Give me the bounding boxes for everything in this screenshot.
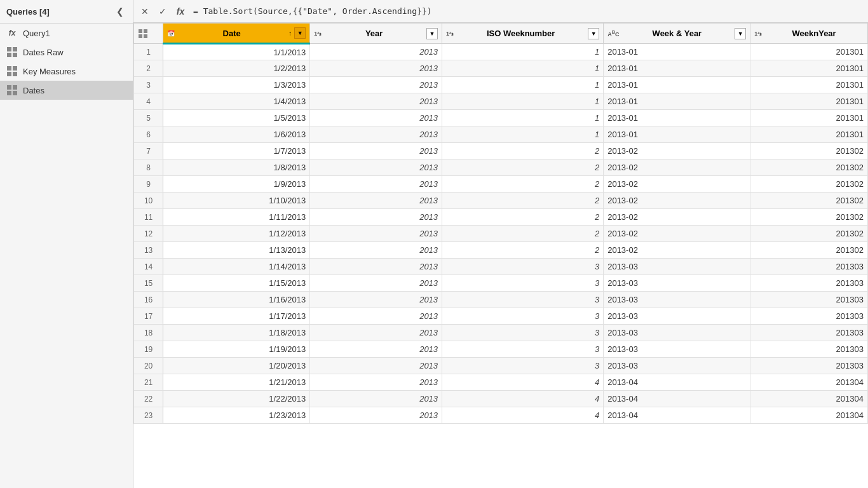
weekyear-cell: 2013-03: [604, 308, 750, 325]
table-row[interactable]: 19 1/19/2013 2013 3 2013-03 201303: [134, 341, 868, 358]
date-cell: 1/7/2013: [163, 143, 310, 159]
weekyear-column-label: Week & Year: [622, 29, 733, 38]
row-number: 9: [134, 176, 163, 193]
year-cell: 2013: [310, 259, 442, 275]
year-column-label: Year: [324, 29, 424, 38]
table-row[interactable]: 20 1/20/2013 2013 3 2013-03 201303: [134, 358, 868, 374]
table-row[interactable]: 13 1/13/2013 2013 2 2013-02 201302: [134, 242, 868, 259]
table-row[interactable]: 23 1/23/2013 2013 4 2013-04 201304: [134, 407, 868, 424]
date-cell: 1/21/2013: [163, 374, 310, 391]
weekyear-cell: 2013-03: [604, 259, 750, 275]
table-row[interactable]: 10 1/10/2013 2013 2 2013-02 201302: [134, 193, 868, 209]
table-row[interactable]: 3 1/3/2013 2013 1 2013-01 201301: [134, 77, 868, 93]
sidebar-header: Queries [4] ❮: [0, 0, 133, 24]
sidebar-item-label-query1: Query1: [23, 29, 50, 38]
row-number: 23: [134, 407, 163, 424]
weeknyear-cell: 201303: [750, 341, 868, 358]
table-row[interactable]: 21 1/21/2013 2013 4 2013-04 201304: [134, 374, 868, 391]
weeknyear-cell: 201303: [750, 292, 868, 308]
row-number: 12: [134, 226, 163, 242]
table-row[interactable]: 1 1/1/2013 2013 1 2013-01 201301: [134, 44, 868, 60]
iso-column-header: 1²₃ ISO Weeknumber ▼: [442, 24, 604, 44]
weekyear-cell: 2013-01: [604, 60, 750, 77]
table-row[interactable]: 12 1/12/2013 2013 2 2013-02 201302: [134, 226, 868, 242]
row-number: 4: [134, 93, 163, 110]
row-number: 13: [134, 242, 163, 259]
table-row[interactable]: 6 1/6/2013 2013 1 2013-01 201301: [134, 126, 868, 143]
year-cell: 2013: [310, 77, 442, 93]
date-cell: 1/20/2013: [163, 358, 310, 374]
table-body: 1 1/1/2013 2013 1 2013-01 201301 2 1/2/2…: [134, 44, 868, 424]
table-row[interactable]: 9 1/9/2013 2013 2 2013-02 201302: [134, 176, 868, 193]
formula-input[interactable]: [191, 5, 864, 17]
svg-rect-3: [13, 53, 17, 57]
formula-confirm-button[interactable]: ✓: [155, 4, 170, 19]
svg-rect-14: [139, 34, 142, 38]
table-row[interactable]: 2 1/2/2013 2013 1 2013-01 201301: [134, 60, 868, 77]
weeknyear-cell: 201304: [750, 407, 868, 424]
weeknyear-cell: 201303: [750, 259, 868, 275]
svg-rect-8: [7, 85, 11, 90]
sidebar: Queries [4] ❮ fxQuery1 Dates Raw Key Mea…: [0, 0, 133, 488]
table-row[interactable]: 17 1/17/2013 2013 3 2013-03 201303: [134, 308, 868, 325]
date-cell: 1/12/2013: [163, 226, 310, 242]
year-filter-button[interactable]: ▼: [426, 28, 438, 39]
iso-cell: 2: [442, 176, 604, 193]
year-cell: 2013: [310, 358, 442, 374]
table-row[interactable]: 16 1/16/2013 2013 3 2013-03 201303: [134, 292, 868, 308]
formula-bar: ✕ ✓ fx: [133, 0, 868, 23]
table-row[interactable]: 18 1/18/2013 2013 3 2013-03 201303: [134, 325, 868, 341]
sidebar-item-dates[interactable]: Dates: [0, 81, 133, 100]
formula-cancel-button[interactable]: ✕: [137, 4, 153, 19]
table-grid-icon: [7, 66, 17, 76]
year-cell: 2013: [310, 391, 442, 407]
weeknyear-cell: 201302: [750, 143, 868, 159]
weekyear-cell: 2013-03: [604, 358, 750, 374]
weekyear-cell: 2013-02: [604, 242, 750, 259]
row-number: 1: [134, 44, 163, 60]
date-cell: 1/23/2013: [163, 407, 310, 424]
weekyear-cell: 2013-03: [604, 325, 750, 341]
weekyear-cell: 2013-01: [604, 110, 750, 126]
iso-cell: 4: [442, 374, 604, 391]
table-row[interactable]: 22 1/22/2013 2013 4 2013-04 201304: [134, 391, 868, 407]
row-number: 11: [134, 209, 163, 226]
svg-rect-4: [7, 66, 11, 71]
weekyear-cell: 2013-02: [604, 209, 750, 226]
year-cell: 2013: [310, 159, 442, 176]
svg-rect-11: [13, 91, 17, 95]
sidebar-collapse-button[interactable]: ❮: [114, 5, 126, 18]
table-row[interactable]: 15 1/15/2013 2013 3 2013-03 201303: [134, 275, 868, 292]
date-cell: 1/15/2013: [163, 275, 310, 292]
sidebar-item-query1[interactable]: fxQuery1: [0, 24, 133, 43]
table-row[interactable]: 4 1/4/2013 2013 1 2013-01 201301: [134, 93, 868, 110]
sidebar-item-key-measures[interactable]: Key Measures: [0, 62, 133, 81]
year-cell: 2013: [310, 44, 442, 60]
weeknyear-cell: 201304: [750, 391, 868, 407]
row-number: 22: [134, 391, 163, 407]
svg-rect-12: [139, 29, 142, 33]
date-column-header: 📅 Date ↑ ▼: [163, 24, 310, 44]
sidebar-item-dates-raw[interactable]: Dates Raw: [0, 43, 133, 62]
weeknyear-cell: 201303: [750, 308, 868, 325]
date-cell: 1/22/2013: [163, 391, 310, 407]
formula-fx-button[interactable]: fx: [173, 4, 188, 19]
table-row[interactable]: 7 1/7/2013 2013 2 2013-02 201302: [134, 143, 868, 159]
weeknyear-cell: 201301: [750, 126, 868, 143]
date-cell: 1/14/2013: [163, 259, 310, 275]
table-row[interactable]: 14 1/14/2013 2013 3 2013-03 201303: [134, 259, 868, 275]
weekyear-cell: 2013-01: [604, 93, 750, 110]
row-number: 8: [134, 159, 163, 176]
table-row[interactable]: 11 1/11/2013 2013 2 2013-02 201302: [134, 209, 868, 226]
iso-filter-button[interactable]: ▼: [588, 28, 599, 39]
weeknyear-cell: 201301: [750, 110, 868, 126]
year-cell: 2013: [310, 126, 442, 143]
table-container[interactable]: 📅 Date ↑ ▼ 1²₃ Year ▼: [133, 23, 868, 488]
weekyear-cell: 2013-02: [604, 193, 750, 209]
table-row[interactable]: 5 1/5/2013 2013 1 2013-01 201301: [134, 110, 868, 126]
svg-rect-15: [144, 34, 147, 38]
table-row[interactable]: 8 1/8/2013 2013 2 2013-02 201302: [134, 159, 868, 176]
weekyear-column-header: ABC Week & Year ▼: [604, 24, 750, 44]
date-filter-button[interactable]: ▼: [294, 27, 306, 39]
weekyear-filter-button[interactable]: ▼: [735, 28, 746, 39]
